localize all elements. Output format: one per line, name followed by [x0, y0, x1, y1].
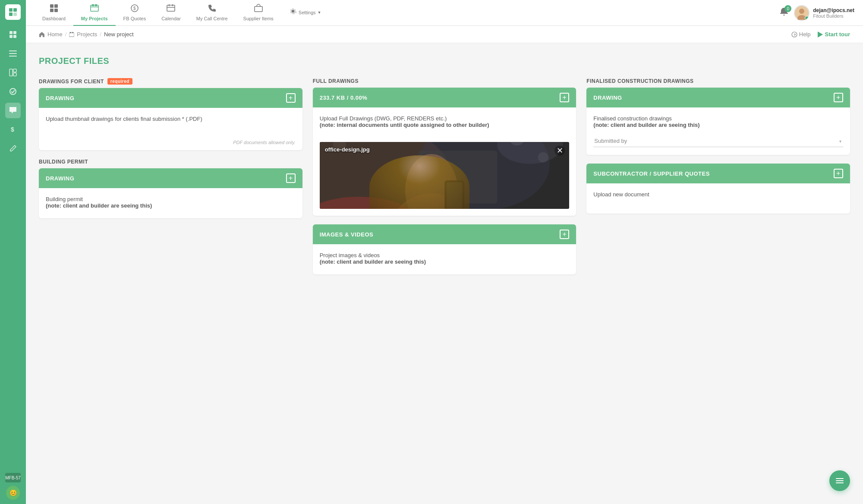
finalised-drawings-add-button[interactable]: +	[834, 93, 843, 102]
nav-item-calendar[interactable]: Calendar	[154, 0, 189, 26]
drawings-for-client-add-button[interactable]: +	[286, 93, 296, 103]
nav-label-dashboard: Dashboard	[42, 16, 66, 21]
breadcrumb-sep-2: /	[100, 31, 101, 38]
svg-rect-26	[167, 5, 175, 11]
full-drawings-add-button[interactable]: +	[560, 93, 569, 102]
svg-rect-36	[72, 32, 73, 33]
nav-item-fb-quotes[interactable]: $ FB Quotes	[116, 0, 154, 26]
nav-label-calendar: Calendar	[161, 16, 181, 21]
drawings-for-client-card: DRAWING + Upload thumbnail drawings for …	[39, 88, 302, 150]
nav-label-fb-quotes: FB Quotes	[123, 16, 146, 21]
subcontractor-quotes-card-title: SUBCONTRACTOR / SUPPLIER QUOTES	[593, 170, 710, 177]
dashboard-nav-icon	[50, 4, 58, 15]
full-drawings-card: 233.7 KB / 0.00% + Upload Full Drawings …	[313, 88, 576, 216]
subcontractor-quotes-add-button[interactable]: +	[834, 169, 843, 178]
sidebar-item-list[interactable]	[5, 46, 21, 61]
notification-button[interactable]: 0	[779, 7, 789, 19]
finalised-drawings-card-body: Finalised construction drawings (note: c…	[586, 107, 850, 155]
nav-item-supplier-items[interactable]: Supplier Items	[236, 0, 281, 26]
home-icon	[39, 32, 45, 38]
finalised-drawings-section: FINALISED CONSTRUCTION DRAWINGS DRAWING …	[586, 78, 850, 155]
finalised-drawings-card-header: DRAWING +	[586, 88, 850, 107]
subcontractor-quotes-section: SUBCONTRACTOR / SUPPLIER QUOTES + Upload…	[586, 164, 850, 214]
svg-rect-16	[50, 4, 54, 8]
finalised-drawings-line1: Finalised construction drawings	[593, 115, 843, 122]
building-permit-line2: (note: client and builder are seeing thi…	[46, 202, 296, 209]
sidebar: $ MFB-57 😊	[0, 0, 26, 504]
topnav: Dashboard My Projects $	[26, 0, 863, 26]
nav-item-call-centre[interactable]: My Call Centre	[189, 0, 236, 26]
sidebar-item-messages[interactable]	[5, 103, 21, 118]
nav-item-dashboard[interactable]: Dashboard	[35, 0, 73, 26]
breadcrumb-home[interactable]: Home	[47, 31, 63, 38]
images-videos-add-button[interactable]: +	[560, 230, 569, 239]
left-column: DRAWINGS FOR CLIENT required DRAWING + U…	[39, 78, 302, 218]
svg-point-32	[799, 9, 804, 14]
svg-point-14	[10, 88, 16, 94]
svg-rect-13	[13, 73, 16, 76]
svg-marker-39	[818, 32, 823, 38]
online-indicator	[805, 16, 809, 20]
drawings-for-client-label: DRAWINGS FOR CLIENT required	[39, 78, 302, 85]
image-preview: office-design.jpg ✕	[320, 142, 570, 209]
svg-rect-28	[169, 4, 170, 6]
svg-rect-55	[836, 482, 844, 483]
nav-item-my-projects[interactable]: My Projects	[73, 0, 116, 26]
finalised-drawings-line2: (note: client and builder are seeing thi…	[593, 122, 843, 128]
user-info[interactable]: dejan@ipocs.net Fitout Builders	[794, 5, 854, 21]
fb-quotes-nav-icon: $	[130, 4, 139, 15]
call-centre-nav-icon	[208, 4, 216, 15]
user-email: dejan@ipocs.net	[813, 7, 854, 13]
svg-rect-34	[69, 33, 74, 37]
building-permit-add-button[interactable]: +	[286, 173, 296, 183]
drawings-for-client-card-body: Upload thumbnail drawings for clients fi…	[39, 108, 302, 138]
nav-label-settings: Settings	[299, 10, 316, 15]
svg-rect-6	[9, 35, 13, 38]
svg-rect-46	[444, 180, 464, 209]
play-icon	[818, 32, 823, 38]
calendar-nav-icon	[167, 4, 175, 15]
sidebar-logo[interactable]	[5, 4, 21, 20]
sidebar-badge: MFB-57	[5, 473, 21, 482]
svg-rect-35	[70, 32, 71, 33]
project-grid: DRAWINGS FOR CLIENT required DRAWING + U…	[39, 78, 850, 274]
breadcrumb: Home / Projects / New project	[39, 31, 134, 38]
svg-rect-1	[13, 8, 17, 12]
help-button[interactable]: ? Help	[791, 31, 811, 38]
svg-text:?: ?	[794, 33, 796, 37]
svg-rect-30	[255, 6, 262, 12]
breadcrumb-right: ? Help Start tour	[791, 31, 850, 38]
images-videos-card-title: IMAGES & VIDEOS	[320, 231, 374, 238]
subcontractor-quotes-body-text: Upload new document	[593, 191, 649, 198]
help-label: Help	[799, 31, 811, 38]
finalised-drawings-label: FINALISED CONSTRUCTION DRAWINGS	[586, 78, 850, 84]
finalised-drawings-card: DRAWING + Finalised construction drawing…	[586, 88, 850, 155]
help-icon: ?	[791, 32, 797, 38]
breadcrumb-sep-1: /	[65, 31, 67, 38]
my-projects-nav-icon	[90, 4, 99, 15]
nav-label-call-centre: My Call Centre	[196, 16, 228, 21]
sidebar-item-edit[interactable]	[5, 141, 21, 156]
drawings-for-client-body-text: Upload thumbnail drawings for clients fi…	[46, 116, 202, 122]
required-badge: required	[107, 78, 132, 85]
svg-rect-54	[836, 480, 844, 481]
page-title: PROJECT FILES	[39, 56, 850, 66]
breadcrumb-projects[interactable]: Projects	[77, 31, 97, 38]
nav-right: 0 dejan@ipocs.net Fitout Builders	[779, 5, 854, 21]
sidebar-item-finance[interactable]: $	[5, 122, 21, 137]
fab-button[interactable]	[829, 470, 850, 491]
nav-item-settings[interactable]: Settings ▼	[281, 0, 329, 26]
right-column: FINALISED CONSTRUCTION DRAWINGS DRAWING …	[586, 78, 850, 214]
breadcrumb-projects-icon	[69, 32, 74, 37]
sidebar-item-dashboard[interactable]	[5, 27, 21, 42]
image-preview-title: office-design.jpg	[325, 146, 370, 153]
full-drawings-section: FULL DRAWINGS 233.7 KB / 0.00% + Upload …	[313, 78, 576, 216]
submitted-by-select[interactable]: Submitted by	[593, 135, 843, 147]
subcontractor-quotes-card: SUBCONTRACTOR / SUPPLIER QUOTES + Upload…	[586, 164, 850, 214]
supplier-items-nav-icon	[254, 4, 263, 15]
sidebar-item-grid[interactable]	[5, 65, 21, 80]
sidebar-item-check[interactable]	[5, 84, 21, 99]
finalised-drawings-card-title: DRAWING	[593, 94, 622, 101]
pdf-note: PDF documents allowed only.	[39, 138, 302, 150]
start-tour-button[interactable]: Start tour	[818, 31, 850, 38]
